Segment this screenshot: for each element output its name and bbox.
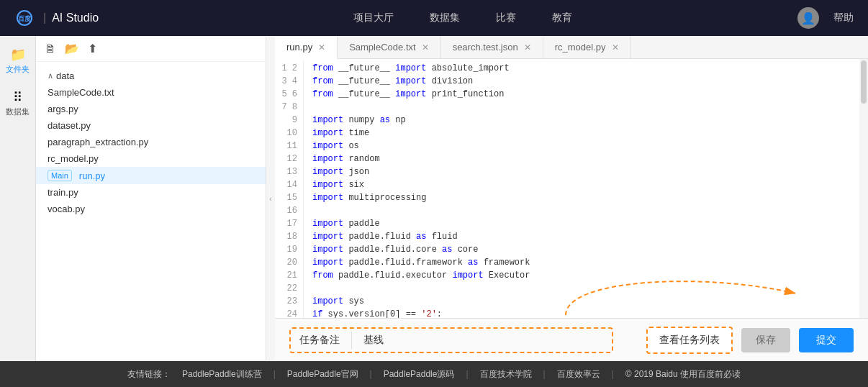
sidebar-item-files[interactable]: 📁 文件夹 [2,43,33,78]
svg-text:百度: 百度 [18,14,32,22]
task-note-label: 任务备注 [299,334,340,347]
footer-div4: | [543,369,546,379]
top-navigation: 百度 | AI Studio 项目大厅 数据集 比赛 教育 👤 帮助 [0,0,868,36]
footer-div3: | [466,369,468,379]
main-area: 📁 文件夹 ⠿ 数据集 🗎 📂 ⬆ ∧ data SampleCode.txt … [0,36,868,361]
sidebar-item-datasets[interactable]: ⠿ 数据集 [2,86,33,121]
tab-run-py-close[interactable]: ✕ [318,42,325,53]
folder-data[interactable]: ∧ data [36,68,266,84]
footer-div1: | [273,369,276,379]
tab-search-json-label: search.test.json [453,42,518,53]
footer-div2: | [370,369,372,379]
nav-divider: | [43,12,46,24]
line-numbers: 1 2 3 4 5 6 7 8 9 10 11 12 13 14 15 16 1… [275,59,304,318]
scrollbar-thumb[interactable] [861,60,867,104]
collapse-arrow-icon: ∧ [48,71,53,81]
code-editor[interactable]: 1 2 3 4 5 6 7 8 9 10 11 12 13 14 15 16 1… [275,59,868,318]
folder-icon: 📁 [10,47,26,63]
nav-datasets[interactable]: 数据集 [430,12,460,24]
submit-button[interactable]: 提交 [799,328,854,352]
run-filename: run.py [79,170,105,181]
file-panel: 🗎 📂 ⬆ ∧ data SampleCode.txt args.py data… [36,36,266,361]
logo: 百度 | AI Studio [14,10,99,26]
tab-samplecode[interactable]: SampleCode.txt ✕ [338,36,441,58]
bottom-bar: 任务备注 基线 查看任务列表 保存 提交 [275,318,868,361]
new-file-icon[interactable]: 🗎 [45,42,56,55]
studio-label: AI Studio [52,12,99,24]
file-samplecode[interactable]: SampleCode.txt [36,84,266,101]
file-toolbar: 🗎 📂 ⬆ [36,36,266,62]
save-button[interactable]: 保存 [741,328,790,352]
new-folder-icon[interactable]: 📂 [65,42,79,55]
footer-div5: | [612,369,614,379]
icon-sidebar: 📁 文件夹 ⠿ 数据集 [0,36,36,361]
nav-right-section: 👤 帮助 [797,7,854,29]
footer: 友情链接： PaddlePaddle训练营 | PaddlePaddle官网 |… [0,361,868,387]
footer-paddlecamp[interactable]: PaddlePaddle训练营 [182,368,262,381]
footer-paddleofficial[interactable]: PaddlePaddle官网 [287,368,358,381]
datasets-icon: ⠿ [13,89,22,105]
file-tree: ∧ data SampleCode.txt args.py dataset.py… [36,62,266,361]
main-badge: Main [48,170,72,181]
nav-menu: 项目大厅 数据集 比赛 教育 [127,12,797,24]
baseline-input[interactable] [395,334,603,346]
footer-copyright: © 2019 Baidu 使用百度前必读 [625,368,741,381]
bottom-actions: 查看任务列表 保存 提交 [646,327,854,354]
task-input-group: 任务备注 基线 [289,327,613,353]
tab-search-json-close[interactable]: ✕ [524,42,531,53]
footer-baiduyun[interactable]: 百度效率云 [557,368,600,381]
editor-area: run.py ✕ SampleCode.txt ✕ search.test.js… [275,36,868,361]
nav-competitions[interactable]: 比赛 [496,12,516,24]
nav-projects[interactable]: 项目大厅 [353,12,394,24]
tab-run-py[interactable]: run.py ✕ [275,36,338,59]
avatar[interactable]: 👤 [797,7,819,29]
editor-tabs: run.py ✕ SampleCode.txt ✕ search.test.js… [275,36,868,59]
tab-run-py-label: run.py [286,42,312,53]
tab-search-json[interactable]: search.test.json ✕ [441,36,543,58]
file-train[interactable]: train.py [36,184,266,201]
baseline-label: 基线 [363,334,384,347]
collapse-handle[interactable]: ‹ [266,36,275,361]
view-tasks-button[interactable]: 查看任务列表 [646,327,733,354]
nav-education[interactable]: 教育 [552,12,572,24]
files-label: 文件夹 [6,64,30,75]
file-dataset[interactable]: dataset.py [36,117,266,134]
footer-paddlesrc[interactable]: PaddlePaddle源码 [384,368,455,381]
datasets-label: 数据集 [6,106,30,117]
tab-samplecode-close[interactable]: ✕ [422,42,429,53]
file-paragraph[interactable]: paragraph_extraction.py [36,134,266,150]
file-run[interactable]: Main run.py [36,167,266,184]
tab-samplecode-label: SampleCode.txt [349,42,416,53]
help-link[interactable]: 帮助 [833,12,854,24]
tab-rc-model-close[interactable]: ✕ [612,42,619,53]
tab-rc-model[interactable]: rc_model.py ✕ [543,36,631,58]
footer-baiduacademy[interactable]: 百度技术学院 [480,368,532,381]
file-vocab[interactable]: vocab.py [36,201,266,217]
file-rcmodel[interactable]: rc_model.py [36,150,266,167]
folder-name: data [56,70,74,81]
input-divider [351,332,352,349]
baidu-logo: 百度 [14,10,37,26]
tab-rc-model-label: rc_model.py [555,42,606,53]
footer-prefix: 友情链接： [127,368,171,381]
file-args[interactable]: args.py [36,101,266,117]
upload-icon[interactable]: ⬆ [88,42,97,55]
scrollbar[interactable] [859,59,868,318]
code-content[interactable]: from __future__ import absolute_import f… [304,59,859,318]
